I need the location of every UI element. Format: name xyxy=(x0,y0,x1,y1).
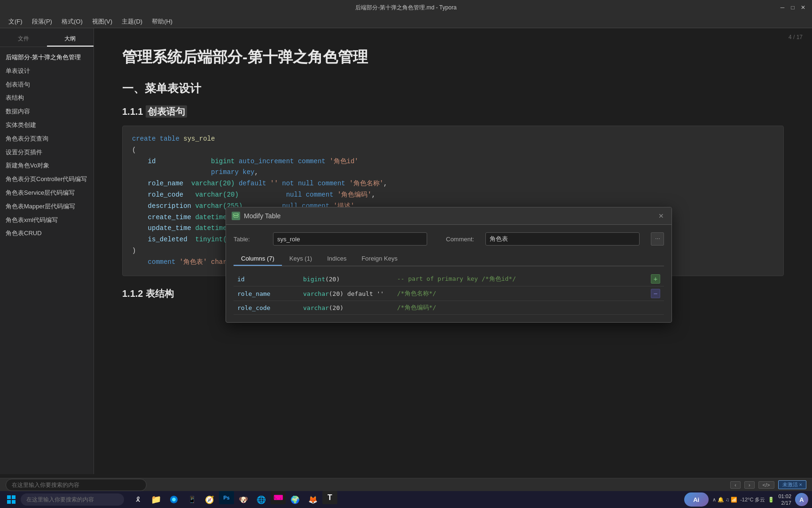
nav-prev-button[interactable]: ‹ xyxy=(730,481,741,489)
taskbar-icon-text[interactable]: T xyxy=(322,491,337,504)
taskbar-right: Ai ∧ 🔔 ♫ 📶 -12°C 多云 🔋 01:02 2/17 A xyxy=(684,492,808,507)
time-display: 01:02 xyxy=(778,493,791,500)
column-comment-id: -- part of primary key /*角色id*/ xyxy=(397,275,516,283)
taskbar-icon-pet[interactable]: 🐶 xyxy=(235,491,252,508)
subsection-label-1: 1.1.1 xyxy=(122,106,146,117)
editor-area: 4 / 17 管理系统后端部分-第十弹之角色管理 一、菜单表设计 1.1.1 创… xyxy=(94,28,812,474)
taskbar: 🎗 📁 📱 🧭 Ps 🐶 🌐 ⌨ 🌍 🦊 T Ai ∧ 🔔 ♫ xyxy=(0,491,812,508)
dialog-close-button[interactable]: ✕ xyxy=(656,211,666,221)
dialog-tab-foreignkeys[interactable]: Foreign Keys xyxy=(354,252,405,266)
dialog-field-row: Table: Comment: ⋯ xyxy=(234,232,664,246)
sidebar-item-data-content[interactable]: 数据内容 xyxy=(0,105,94,119)
column-type-role-name: varchar(20) default '' xyxy=(303,290,397,297)
sidebar-item-crud[interactable]: 角色表CRUD xyxy=(0,227,94,240)
menu-format[interactable]: 格式(O) xyxy=(57,16,87,27)
nav-next-button[interactable]: › xyxy=(744,481,755,489)
status-buttons: ‹ › </> 未激活 × xyxy=(730,480,806,489)
sys-tray: ∧ 🔔 ♫ 📶 -12°C 多云 🔋 xyxy=(712,496,775,503)
status-search-area xyxy=(6,479,726,491)
taskbar-search-input[interactable] xyxy=(21,493,124,506)
columns-container: id bigint(20) -- part of primary key /*角… xyxy=(234,272,664,315)
svg-rect-4 xyxy=(12,500,16,504)
sidebar-tabs: 文件 大纲 xyxy=(0,32,94,47)
sidebar-item-vo[interactable]: 新建角色Vo对象 xyxy=(0,159,94,173)
sidebar-item-pagination[interactable]: 设置分页插件 xyxy=(0,146,94,159)
minimize-button[interactable]: ─ xyxy=(779,4,786,11)
dialog-tab-columns[interactable]: Columns (7) xyxy=(234,252,282,266)
taskbar-icon-dev[interactable]: ⌨ xyxy=(271,491,286,504)
column-type-id: bigint(20) xyxy=(303,276,397,283)
start-button[interactable] xyxy=(4,493,19,506)
comment-label: Comment: xyxy=(446,236,474,243)
title-bar: 后端部分-第十弹之角色管理.md - Typora ─ □ ✕ xyxy=(0,0,812,15)
dialog-tab-keys[interactable]: Keys (1) xyxy=(282,252,320,266)
tray-icons: ∧ 🔔 ♫ 📶 xyxy=(712,497,737,503)
column-name-role-name: role_name xyxy=(237,290,303,297)
svg-rect-3 xyxy=(7,500,11,504)
column-row-role-code: role_code varchar(20) /*角色编码*/ xyxy=(234,301,664,315)
menu-view[interactable]: 视图(V) xyxy=(87,16,117,27)
comment-input[interactable] xyxy=(485,232,640,246)
page-indicator: 4 / 17 xyxy=(789,34,803,40)
dialog-tabs: Columns (7) Keys (1) Indices Foreign Key… xyxy=(234,252,664,266)
taskbar-icons: 🎗 📁 📱 🧭 Ps 🐶 🌐 ⌨ 🌍 🦊 T xyxy=(130,491,337,508)
dialog-db-icon xyxy=(232,212,240,220)
sidebar-tab-file[interactable]: 文件 xyxy=(0,32,47,47)
section-title-1: 一、菜单表设计 xyxy=(122,81,784,96)
battery-icon: 🔋 xyxy=(768,497,774,503)
menu-paragraph[interactable]: 段落(P) xyxy=(27,16,57,27)
taskbar-icon-app1[interactable]: 📱 xyxy=(183,491,200,508)
status-search-input[interactable] xyxy=(6,479,147,491)
title-bar-text: 后端部分-第十弹之角色管理.md - Typora xyxy=(6,4,806,12)
column-row-role-name: role_name varchar(20) default '' /*角色名称*… xyxy=(234,286,664,301)
date-display: 2/17 xyxy=(778,500,791,506)
taskbar-icon-edge[interactable] xyxy=(165,491,182,508)
sidebar-item-service[interactable]: 角色表Service层代码编写 xyxy=(0,186,94,200)
nav-code-button[interactable]: </> xyxy=(758,481,774,489)
sidebar-item-mapper[interactable]: 角色表Mapper层代码编写 xyxy=(0,200,94,214)
sidebar-item-table-design[interactable]: 单表设计 xyxy=(0,64,94,78)
sidebar-tab-outline[interactable]: 大纲 xyxy=(47,32,94,47)
close-button[interactable]: ✕ xyxy=(800,4,806,11)
taskbar-icon-ribbon[interactable]: 🎗 xyxy=(130,491,147,508)
mode-inactive-button[interactable]: 未激活 × xyxy=(778,480,806,489)
taskbar-icon-web[interactable]: 🌐 xyxy=(253,491,270,508)
dialog-tab-indices[interactable]: Indices xyxy=(320,252,354,266)
remove-column-button[interactable]: − xyxy=(651,289,660,298)
taskbar-time: 01:02 2/17 xyxy=(778,493,791,507)
title-bar-controls: ─ □ ✕ xyxy=(779,4,806,11)
ai-button[interactable]: Ai xyxy=(684,492,709,507)
menu-theme[interactable]: 主题(D) xyxy=(117,16,147,27)
sidebar: 文件 大纲 后端部分-第十弹之角色管理 单表设计 创表语句 表结构 数据内容 实… xyxy=(0,28,94,474)
dialog-title-bar: Modify Table ✕ xyxy=(226,207,671,225)
user-avatar[interactable]: A xyxy=(795,493,808,506)
taskbar-icon-compass[interactable]: 🧭 xyxy=(201,491,218,508)
column-type-role-code: varchar(20) xyxy=(303,304,397,311)
menu-help[interactable]: 帮助(H) xyxy=(147,16,177,27)
table-input[interactable] xyxy=(273,232,427,246)
main-layout: 文件 大纲 后端部分-第十弹之角色管理 单表设计 创表语句 表结构 数据内容 实… xyxy=(0,28,812,474)
table-label: Table: xyxy=(234,236,262,243)
taskbar-icon-explorer[interactable]: 📁 xyxy=(148,491,164,508)
sidebar-item-main-title[interactable]: 后端部分-第十弹之角色管理 xyxy=(0,51,94,64)
sidebar-item-xml[interactable]: 角色表xml代码编写 xyxy=(0,214,94,227)
subsection-highlight-1: 创表语句 xyxy=(146,105,187,118)
menu-bar: 文(F) 段落(P) 格式(O) 视图(V) 主题(D) 帮助(H) xyxy=(0,15,812,28)
sidebar-item-create-table[interactable]: 创表语句 xyxy=(0,78,94,92)
sidebar-item-entity[interactable]: 实体类创建 xyxy=(0,119,94,132)
column-name-id: id xyxy=(237,276,303,283)
taskbar-icon-ps[interactable]: Ps xyxy=(219,491,234,504)
sidebar-item-page-query[interactable]: 角色表分页查询 xyxy=(0,132,94,146)
maximize-button[interactable]: □ xyxy=(789,4,796,11)
taskbar-icon-db[interactable]: 🌍 xyxy=(287,491,304,508)
svg-rect-1 xyxy=(7,495,11,499)
column-comment-role-code: /*角色编码*/ xyxy=(397,303,436,312)
comment-extra-btn[interactable]: ⋯ xyxy=(651,232,664,246)
taskbar-icon-browser[interactable]: 🦊 xyxy=(304,491,321,508)
menu-file[interactable]: 文(F) xyxy=(4,16,27,27)
sidebar-item-table-structure[interactable]: 表结构 xyxy=(0,91,94,105)
add-column-button[interactable]: + xyxy=(651,274,660,284)
sidebar-item-controller[interactable]: 角色表分页Controller代码编写 xyxy=(0,173,94,186)
weather-info: -12°C 多云 xyxy=(740,496,765,503)
dialog-title-text: Modify Table xyxy=(244,212,656,220)
